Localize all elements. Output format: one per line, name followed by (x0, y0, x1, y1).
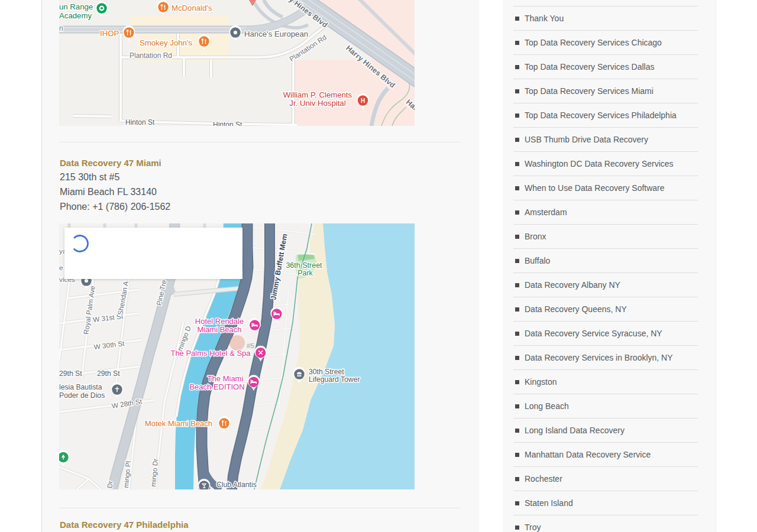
svg-text:Hinton St: Hinton St (213, 121, 242, 126)
svg-text:Park: Park (297, 269, 313, 277)
svg-text:Hinton St: Hinton St (125, 118, 155, 126)
svg-text:Club Atlantis: Club Atlantis (216, 481, 257, 489)
svg-text:36th Street: 36th Street (286, 261, 322, 270)
svg-text:Beach EDITION: Beach EDITION (189, 382, 244, 391)
svg-text:William P. Clements: William P. Clements (283, 90, 352, 99)
svg-text:e: e (59, 264, 63, 272)
svg-text:Plantation Rd: Plantation Rd (130, 51, 172, 60)
svg-text:Poder de Dios: Poder de Dios (59, 391, 105, 400)
svg-text:29th St: 29th St (97, 369, 120, 378)
svg-text:30th Street: 30th Street (309, 368, 344, 376)
svg-text:lesia Bautista: lesia Bautista (59, 383, 102, 391)
svg-text:McDonald's: McDonald's (172, 4, 212, 12)
svg-text:Smokey John's: Smokey John's (140, 38, 192, 47)
svg-text:n: n (59, 24, 63, 33)
svg-text:Lifeguard Tower: Lifeguard Tower (309, 375, 360, 384)
svg-text:Hotel Rendale: Hotel Rendale (195, 317, 244, 326)
svg-text:Motek Miami Beach: Motek Miami Beach (145, 419, 212, 428)
svg-text:The Miami: The Miami (208, 374, 244, 383)
svg-text:29th St: 29th St (59, 369, 82, 378)
svg-text:Academy: Academy (59, 11, 92, 20)
svg-text:Dr: Dr (105, 481, 114, 489)
svg-text:Hance's European: Hance's European (244, 30, 308, 38)
svg-text:Jr. Univ Hospital: Jr. Univ Hospital (289, 99, 345, 108)
svg-text:un Range: un Range (59, 2, 93, 11)
svg-text:The Palms Hotel & Spa: The Palms Hotel & Spa (170, 349, 251, 358)
svg-text:IHOP: IHOP (100, 29, 119, 38)
svg-text:Miami Beach: Miami Beach (197, 325, 241, 334)
